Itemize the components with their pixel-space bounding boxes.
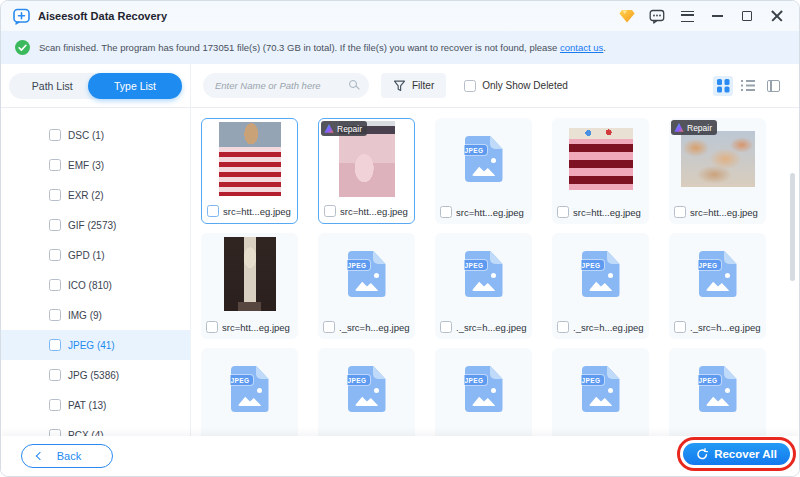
sidebar-item-jpeg[interactable]: JPEG (41): [1, 330, 190, 360]
file-name: src=htt...eg.jpeg: [222, 322, 290, 333]
sidebar-item-jpg[interactable]: JPG (5386): [1, 360, 190, 390]
ai-repair-icon: [674, 123, 684, 133]
file-checkbox[interactable]: [323, 321, 335, 333]
type-checkbox[interactable]: [49, 399, 61, 411]
file-card[interactable]: JPEG: [669, 348, 766, 438]
minimize-button[interactable]: [707, 6, 727, 26]
file-checkbox[interactable]: [440, 321, 452, 333]
tab-type-list[interactable]: Type List: [88, 73, 182, 99]
file-card[interactable]: JPEG ._src=h...eg.jpeg: [669, 233, 766, 339]
file-card[interactable]: JPEG: [318, 348, 415, 438]
app-title: Aiseesoft Data Recovery: [38, 10, 167, 22]
maximize-button[interactable]: [737, 6, 757, 26]
only-show-deleted-toggle[interactable]: Only Show Deleted: [464, 80, 568, 92]
file-card[interactable]: JPEG src=htt...eg.jpeg: [435, 118, 532, 224]
feedback-bubble-icon[interactable]: [647, 6, 667, 26]
sidebar: Path List Type List DSC (1) EMF (3) EXR …: [1, 64, 191, 438]
list-view-button[interactable]: [738, 76, 758, 96]
type-checkbox[interactable]: [49, 279, 61, 291]
file-checkbox[interactable]: [207, 205, 219, 217]
success-check-icon: [15, 40, 30, 55]
menu-icon[interactable]: [677, 6, 697, 26]
grid-view-button[interactable]: [713, 76, 733, 96]
back-button[interactable]: Back: [21, 444, 113, 468]
search-icon[interactable]: [349, 80, 357, 88]
sidebar-item-ico[interactable]: ICO (810): [1, 270, 190, 300]
type-checkbox[interactable]: [49, 219, 61, 231]
sidebar-item-gpd[interactable]: GPD (1): [1, 240, 190, 270]
detail-view-icon: [767, 80, 780, 92]
file-name: ._src=h...eg.jpeg: [339, 322, 410, 333]
sidebar-item-dsc[interactable]: DSC (1): [1, 120, 190, 150]
toolbar: Filter Only Show Deleted: [191, 64, 799, 108]
jpeg-file-icon: JPEG: [699, 366, 737, 412]
recover-icon: [696, 448, 708, 460]
search-input[interactable]: [203, 73, 369, 98]
type-checkbox[interactable]: [49, 309, 61, 321]
scan-result-banner: Scan finished. The program has found 173…: [1, 31, 799, 64]
grid-view-icon: [717, 79, 730, 92]
sidebar-item-img[interactable]: IMG (9): [1, 300, 190, 330]
sidebar-item-exr[interactable]: EXR (2): [1, 180, 190, 210]
app-window: Aiseesoft Data Recovery: [0, 0, 800, 477]
file-checkbox[interactable]: [440, 206, 452, 218]
search-box: [203, 73, 369, 98]
jpeg-file-icon: JPEG: [582, 366, 620, 412]
jpeg-file-icon: JPEG: [348, 251, 386, 297]
file-card[interactable]: JPEG: [435, 348, 532, 438]
sidebar-item-emf[interactable]: EMF (3): [1, 150, 190, 180]
sidebar-item-gif[interactable]: GIF (2573): [1, 210, 190, 240]
file-card[interactable]: Repair src=htt...eg.jpeg: [318, 118, 415, 224]
file-card[interactable]: JPEG: [552, 348, 649, 438]
app-logo-icon: [13, 8, 30, 25]
filter-button[interactable]: Filter: [381, 73, 446, 98]
scrollbar-thumb[interactable]: [790, 173, 795, 281]
file-card[interactable]: JPEG ._src=h...eg.jpeg: [552, 233, 649, 339]
type-checkbox[interactable]: [49, 129, 61, 141]
file-card[interactable]: src=htt...eg.jpeg: [201, 118, 298, 224]
file-card[interactable]: JPEG: [201, 348, 298, 438]
tab-path-list[interactable]: Path List: [9, 73, 96, 99]
file-name: src=htt...eg.jpeg: [690, 207, 758, 218]
premium-gem-icon[interactable]: [617, 6, 637, 26]
recover-all-annotation: Recover All: [677, 437, 796, 471]
file-checkbox[interactable]: [324, 205, 336, 217]
file-checkbox[interactable]: [674, 206, 686, 218]
contact-us-link[interactable]: contact us: [560, 42, 603, 53]
type-checkbox[interactable]: [49, 159, 61, 171]
file-name: ._src=h...eg.jpeg: [690, 322, 761, 333]
detail-view-button[interactable]: [763, 76, 783, 96]
file-checkbox[interactable]: [206, 321, 218, 333]
file-checkbox[interactable]: [674, 321, 686, 333]
close-button[interactable]: [767, 6, 787, 26]
file-card[interactable]: JPEG ._src=h...eg.jpeg: [435, 233, 532, 339]
file-card[interactable]: src=htt...eg.jpeg: [552, 118, 649, 224]
recover-all-button[interactable]: Recover All: [683, 443, 790, 465]
type-checkbox[interactable]: [49, 339, 61, 351]
jpeg-file-icon: JPEG: [699, 251, 737, 297]
file-card[interactable]: JPEG ._src=h...eg.jpeg: [318, 233, 415, 339]
repair-badge: Repair: [321, 121, 367, 136]
file-thumbnail: [569, 128, 633, 190]
file-card[interactable]: src=htt...eg.jpeg: [201, 233, 298, 339]
file-checkbox[interactable]: [557, 321, 569, 333]
jpeg-file-icon: JPEG: [465, 366, 503, 412]
file-name: src=htt...eg.jpeg: [573, 207, 641, 218]
sidebar-item-pat[interactable]: PAT (13): [1, 390, 190, 420]
type-checkbox[interactable]: [49, 369, 61, 381]
jpeg-file-icon: JPEG: [465, 251, 503, 297]
file-card[interactable]: Repair src=htt...eg.jpeg: [669, 118, 766, 224]
only-show-deleted-checkbox[interactable]: [464, 80, 476, 92]
file-name: src=htt...eg.jpeg: [340, 206, 408, 217]
scan-result-text: Scan finished. The program has found 173…: [39, 42, 606, 53]
type-checkbox[interactable]: [49, 249, 61, 261]
jpeg-file-icon: JPEG: [231, 366, 269, 412]
list-view-icon: [741, 80, 755, 91]
file-checkbox[interactable]: [557, 206, 569, 218]
type-checkbox[interactable]: [49, 189, 61, 201]
file-name: ._src=h...eg.jpeg: [573, 322, 644, 333]
chevron-left-icon: [36, 452, 44, 460]
file-name: src=htt...eg.jpeg: [223, 206, 291, 217]
ai-repair-icon: [324, 124, 334, 134]
list-mode-switch: Path List Type List: [9, 73, 182, 99]
